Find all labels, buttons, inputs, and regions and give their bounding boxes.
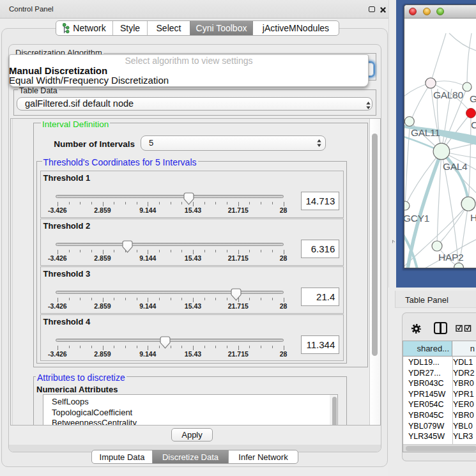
svg-text:G.: G. — [470, 93, 476, 104]
svg-text:C: C — [471, 119, 476, 130]
svg-text:H: H — [470, 212, 476, 223]
svg-text:HAP2: HAP2 — [438, 252, 463, 263]
svg-text:GAL80: GAL80 — [433, 89, 463, 100]
svg-text:GAL4: GAL4 — [443, 161, 468, 172]
svg-text:GAL11: GAL11 — [411, 127, 440, 138]
svg-text:GCY1: GCY1 — [404, 213, 429, 224]
